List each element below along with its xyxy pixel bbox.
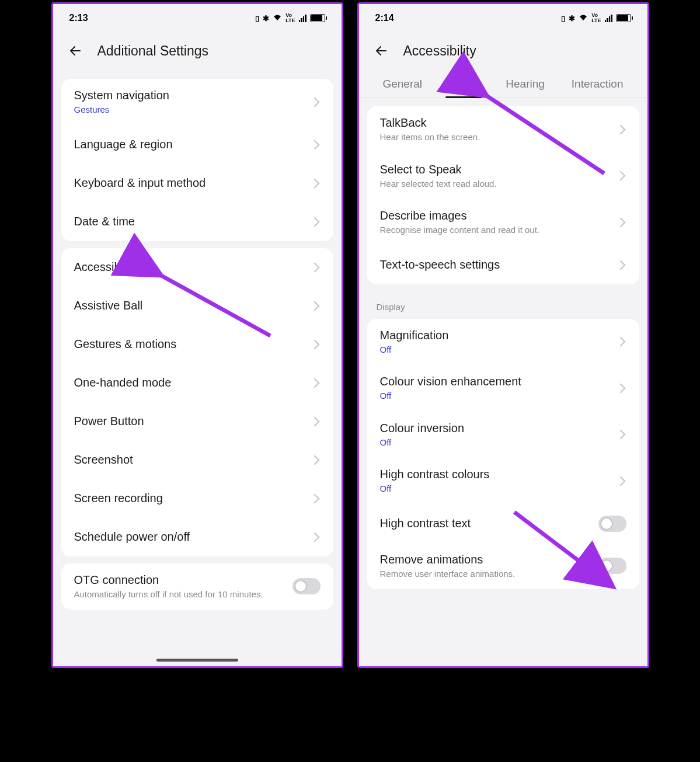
row-title: TalkBack	[380, 116, 617, 130]
display-row[interactable]: Remove animationsRemove user interface a…	[367, 543, 639, 590]
chevron-right-icon	[309, 140, 319, 149]
settings-row[interactable]: System navigationGestures	[61, 79, 333, 126]
tab-interaction[interactable]: Interaction	[568, 72, 627, 98]
settings-row[interactable]: OTG connectionAutomatically turns off if…	[61, 563, 333, 610]
chevron-right-icon	[309, 378, 319, 388]
settings-row[interactable]: Screenshot	[61, 441, 333, 479]
section-label-display: Display	[359, 291, 647, 315]
row-title: Schedule power on/off	[74, 530, 311, 544]
phone-left: 2:13 ▯ ✱ VoLTE Additional Settings Syste…	[51, 2, 343, 668]
status-time: 2:14	[375, 13, 394, 23]
chevron-right-icon	[309, 339, 319, 349]
status-time: 2:13	[69, 13, 88, 23]
page-title: Accessibility	[403, 43, 476, 59]
row-subtitle: Off	[380, 437, 617, 448]
row-title: Assistive Ball	[74, 299, 311, 312]
bluetooth-icon: ✱	[263, 14, 269, 23]
tab-general[interactable]: General	[379, 72, 426, 98]
row-title: System navigation	[74, 89, 311, 102]
row-title: Keyboard & input method	[74, 176, 311, 190]
row-title: Select to Speak	[380, 163, 617, 176]
tab-hearing[interactable]: Hearing	[502, 72, 548, 98]
tab-bar: GeneralVisionHearingInteraction	[359, 72, 647, 98]
row-subtitle: Off	[380, 483, 617, 495]
back-button[interactable]	[373, 43, 389, 59]
display-row[interactable]: High contrast text	[367, 504, 639, 543]
volte-icon: VoLTE	[591, 13, 601, 23]
volte-icon: VoLTE	[285, 13, 295, 23]
row-title: Remove animations	[380, 553, 598, 566]
row-subtitle: Hear selected text read aloud.	[380, 178, 617, 190]
settings-row[interactable]: Accessibility	[61, 248, 333, 287]
phone-right: 2:14 ▯ ✱ VoLTE Accessibility GeneralVisi…	[357, 2, 649, 668]
battery-icon	[310, 14, 325, 22]
row-subtitle: Gestures	[74, 104, 311, 116]
row-title: OTG connection	[74, 573, 292, 587]
wifi-icon	[579, 14, 588, 23]
display-row[interactable]: High contrast coloursOff	[367, 458, 639, 504]
settings-row[interactable]: One-handed mode	[61, 364, 333, 402]
display-row[interactable]: Colour vision enhancementOff	[367, 365, 639, 412]
toggle-switch[interactable]	[292, 578, 321, 594]
settings-row[interactable]: Keyboard & input method	[61, 164, 333, 203]
row-title: Language & region	[74, 138, 311, 151]
toggle-switch[interactable]	[598, 516, 626, 532]
settings-group-1: System navigationGesturesLanguage & regi…	[61, 79, 333, 241]
signal-icon	[605, 15, 612, 22]
row-title: Power Button	[74, 415, 311, 428]
chevron-right-icon	[309, 493, 319, 503]
row-title: One-handed mode	[74, 376, 311, 389]
chevron-right-icon	[309, 262, 319, 272]
chevron-right-icon	[615, 124, 625, 134]
vibrate-icon: ▯	[561, 14, 565, 23]
vision-row[interactable]: Describe imagesRecognise image content a…	[367, 199, 639, 246]
row-title: Gestures & motions	[74, 337, 311, 351]
chevron-right-icon	[615, 260, 625, 270]
display-row[interactable]: Colour inversionOff	[367, 412, 639, 458]
row-title: Screenshot	[74, 453, 311, 467]
chevron-right-icon	[615, 430, 625, 440]
display-row[interactable]: MagnificationOff	[367, 319, 639, 366]
settings-row[interactable]: Gestures & motions	[61, 325, 333, 364]
row-title: Accessibility	[74, 260, 311, 274]
bluetooth-icon: ✱	[569, 14, 575, 23]
vision-row[interactable]: Text-to-speech settings	[367, 246, 639, 284]
toggle-switch[interactable]	[598, 558, 626, 574]
page-header: Accessibility	[359, 32, 647, 72]
row-title: Text-to-speech settings	[380, 258, 617, 272]
chevron-right-icon	[309, 532, 319, 542]
chevron-right-icon	[309, 301, 319, 311]
status-icons: ▯ ✱ VoLTE	[561, 13, 631, 23]
status-bar: 2:13 ▯ ✱ VoLTE	[53, 4, 342, 32]
row-subtitle: Off	[380, 344, 617, 356]
row-subtitle: Off	[380, 390, 617, 402]
home-indicator[interactable]	[156, 659, 238, 662]
page-title: Additional Settings	[97, 43, 209, 59]
back-button[interactable]	[67, 43, 83, 59]
settings-row[interactable]: Screen recording	[61, 479, 333, 518]
wifi-icon	[273, 14, 282, 23]
settings-group-2: AccessibilityAssistive BallGestures & mo…	[61, 248, 333, 556]
status-bar: 2:14 ▯ ✱ VoLTE	[359, 4, 647, 32]
settings-group-3: OTG connectionAutomatically turns off if…	[61, 563, 333, 610]
tab-vision[interactable]: Vision	[445, 72, 482, 98]
settings-row[interactable]: Power Button	[61, 402, 333, 441]
vibrate-icon: ▯	[255, 14, 259, 23]
settings-row[interactable]: Language & region	[61, 126, 333, 164]
row-title: High contrast colours	[380, 468, 617, 481]
row-title: Date & time	[74, 215, 311, 228]
page-header: Additional Settings	[53, 32, 342, 72]
vision-row[interactable]: TalkBackHear items on the screen.	[367, 106, 639, 153]
settings-row[interactable]: Date & time	[61, 203, 333, 241]
settings-group-2: MagnificationOffColour vision enhancemen…	[367, 319, 639, 590]
row-title: Magnification	[380, 329, 617, 342]
settings-row[interactable]: Schedule power on/off	[61, 518, 333, 556]
chevron-right-icon	[615, 171, 625, 181]
vision-row[interactable]: Select to SpeakHear selected text read a…	[367, 153, 639, 200]
chevron-right-icon	[615, 217, 625, 227]
chevron-right-icon	[615, 476, 625, 486]
row-subtitle: Hear items on the screen.	[380, 131, 617, 143]
settings-group-1: TalkBackHear items on the screen.Select …	[367, 106, 639, 284]
settings-row[interactable]: Assistive Ball	[61, 287, 333, 325]
row-subtitle: Remove user interface animations.	[380, 568, 598, 580]
